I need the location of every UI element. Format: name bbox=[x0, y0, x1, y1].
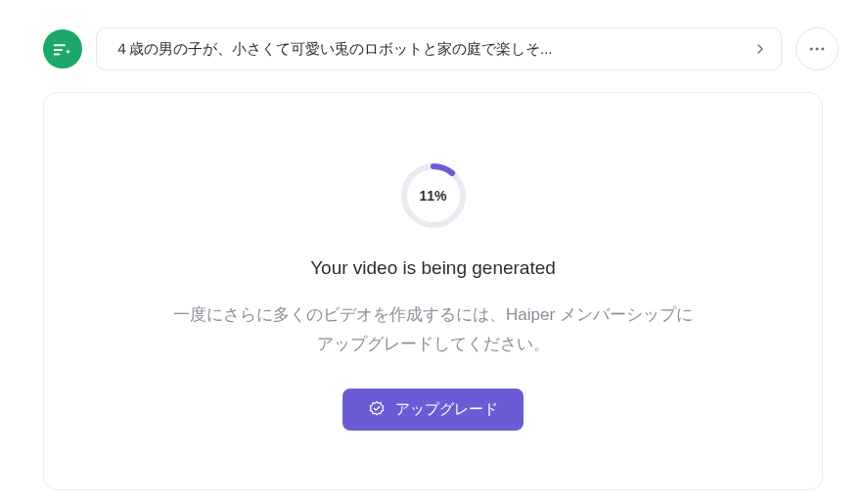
svg-point-1 bbox=[816, 48, 819, 51]
progress-percent-label: 11% bbox=[399, 161, 468, 230]
brand-logo-icon bbox=[43, 29, 82, 69]
chevron-right-icon[interactable] bbox=[750, 38, 771, 60]
prompt-bar[interactable]: ４歳の男の子が、小さくて可愛い兎のロボットと家の庭で楽しそ... bbox=[96, 27, 782, 70]
prompt-text: ４歳の男の子が、小さくて可愛い兎のロボットと家の庭で楽しそ... bbox=[114, 40, 740, 59]
svg-point-0 bbox=[810, 48, 813, 51]
generation-heading: Your video is being generated bbox=[310, 257, 556, 279]
badge-check-icon bbox=[368, 400, 386, 418]
ellipsis-icon bbox=[807, 39, 827, 59]
upgrade-button-label: アップグレード bbox=[395, 400, 498, 419]
svg-point-2 bbox=[821, 48, 824, 51]
upgrade-button[interactable]: アップグレード bbox=[342, 389, 524, 431]
more-menu-button[interactable] bbox=[796, 27, 839, 70]
progress-ring: 11% bbox=[399, 161, 468, 230]
header-bar: ４歳の男の子が、小さくて可愛い兎のロボットと家の庭で楽しそ... bbox=[0, 0, 866, 70]
generation-card: 11% Your video is being generated 一度にさらに… bbox=[43, 92, 823, 490]
generation-subtext: 一度にさらに多くのビデオを作成するには、Haiper メンバーシップにアップグレ… bbox=[169, 300, 698, 359]
